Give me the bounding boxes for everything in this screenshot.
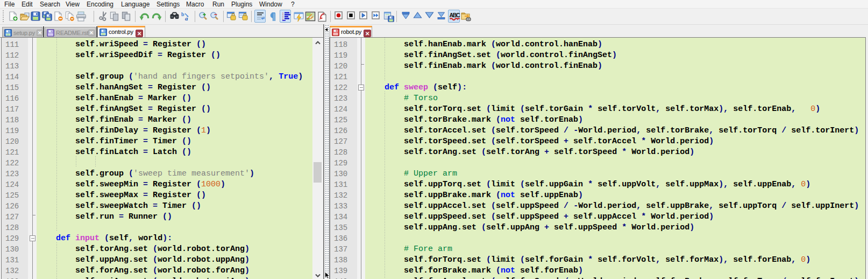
svg-text:b: b: [181, 11, 184, 17]
svg-text:ABC: ABC: [450, 12, 460, 18]
